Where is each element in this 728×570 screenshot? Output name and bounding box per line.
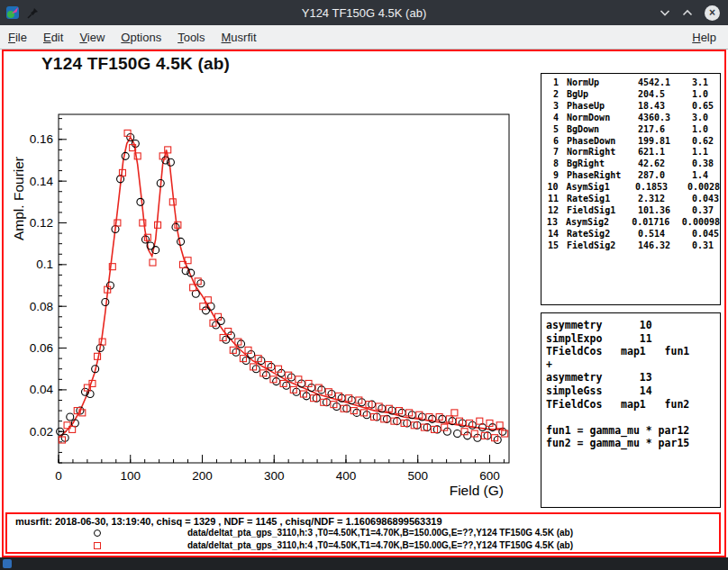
param-index: 8: [545, 158, 559, 170]
parameter-row: 11RateSig12.3120.043: [545, 194, 720, 205]
parameter-row: 3PhaseUp18.430.65: [545, 101, 720, 113]
param-error: 1.4: [692, 170, 708, 182]
param-error: 3.1: [692, 77, 708, 89]
y-tick-label: 0.14: [30, 175, 54, 188]
param-value: 2.312: [638, 194, 692, 205]
param-index: 11: [545, 194, 559, 205]
legend-label: data/deltat_pta_gps_3110,h:3 ,T0=4.50K,T…: [187, 528, 573, 538]
param-value: 287.0: [638, 170, 692, 182]
parameter-row: 4NormDown4360.33.0: [545, 113, 720, 124]
maximize-button[interactable]: [682, 7, 693, 18]
menu-edit[interactable]: Edit: [35, 31, 71, 44]
theory-line: [546, 411, 720, 424]
parameter-row: 8BgRight42.620.38: [545, 158, 720, 170]
param-name: RateSig2: [567, 229, 638, 240]
minimize-button[interactable]: [660, 7, 670, 18]
parameter-row: 10AsymSig10.18530.0028: [545, 182, 720, 194]
y-tick-label: 0.06: [30, 341, 53, 355]
series-1-points: [57, 133, 506, 443]
param-name: NormDown: [567, 113, 638, 124]
x-tick-label: 300: [264, 469, 285, 483]
param-name: AsymSig2: [566, 217, 632, 229]
param-name: NormUp: [567, 77, 638, 89]
param-name: PhaseDown: [567, 136, 638, 148]
root-canvas[interactable]: Y124 TF150G 4.5K (ab) 010020030040050060…: [2, 50, 726, 557]
param-value: 146.32: [638, 240, 692, 252]
param-value: 217.6: [638, 124, 692, 136]
legend-label: data/deltat_pta_gps_3110,h:4 ,T0=4.50K,T…: [187, 540, 573, 550]
x-tick-label: 200: [192, 469, 213, 483]
y-tick-label: 0.16: [30, 132, 53, 146]
param-value: 4360.3: [638, 113, 692, 124]
param-index: 3: [545, 101, 559, 113]
menu-tools[interactable]: Tools: [169, 31, 213, 44]
param-error: 0.043: [692, 194, 719, 205]
theory-line: simpleGss 14: [546, 385, 720, 398]
param-value: 621.1: [638, 147, 692, 158]
param-index: 13: [545, 217, 558, 229]
y-axis-title: Ampl. Fourier: [11, 157, 26, 240]
app-window: Y124 TF150G 4.5K (ab) × FileEditViewOpti…: [0, 0, 728, 570]
close-button[interactable]: ×: [705, 5, 720, 21]
menu-options[interactable]: Options: [113, 31, 169, 44]
param-name: AsymSig1: [567, 182, 635, 194]
param-name: PhaseRight: [567, 170, 638, 182]
param-value: 4542.1: [638, 77, 692, 89]
param-index: 4: [545, 113, 559, 124]
x-tick-label: 0: [55, 469, 62, 483]
y-tick-label: 0.04: [30, 383, 54, 396]
parameter-pane[interactable]: 1NormUp4542.13.12BgUp204.51.03PhaseUp18.…: [541, 73, 721, 305]
panel-app-icon[interactable]: [3, 559, 12, 568]
y-tick-label: 0.02: [30, 425, 53, 439]
param-error: 1.0: [692, 124, 708, 136]
parameter-row: 9PhaseRight287.01.4: [545, 170, 720, 182]
parameter-row: 7NormRight621.11.1: [545, 147, 720, 158]
x-tick-label: 600: [479, 469, 500, 483]
parameter-row: 14RateSig20.5140.045: [545, 229, 720, 240]
titlebar[interactable]: Y124 TF150G 4.5K (ab) ×: [0, 0, 728, 25]
param-value: 0.1853: [635, 182, 687, 194]
fourier-amplitude-plot[interactable]: 01002003004005006000.020.040.060.080.10.…: [4, 105, 535, 506]
param-index: 1: [545, 77, 559, 89]
param-name: BgUp: [567, 89, 638, 101]
menubar: FileEditViewOptionsToolsMusrfit Help: [0, 25, 728, 50]
param-name: NormRight: [567, 147, 638, 158]
param-name: PhaseUp: [567, 101, 638, 113]
theory-line: fun1 = gamma_mu * par12: [546, 424, 720, 438]
param-name: BgDown: [567, 124, 638, 136]
theory-line: TFieldCos map1 fun1: [546, 345, 720, 358]
series-2-points: [59, 130, 507, 443]
param-index: 5: [545, 124, 559, 136]
param-name: FieldSig2: [567, 240, 638, 252]
param-value: 42.62: [638, 158, 692, 170]
theory-line: +: [546, 358, 720, 372]
parameter-row: 2BgUp204.51.0: [545, 89, 720, 101]
param-error: 0.045: [692, 229, 719, 240]
param-error: 1.0: [692, 89, 708, 101]
param-value: 18.43: [638, 101, 692, 113]
menu-view[interactable]: View: [71, 31, 113, 44]
theory-block: asymmetry 10simplExpo 11TFieldCos map1 f…: [546, 319, 720, 450]
y-tick-label: 0.12: [30, 216, 53, 230]
legend-entry: data/deltat_pta_gps_3110,h:4 ,T0=4.50K,T…: [7, 540, 719, 553]
theory-line: asymmetry 10: [546, 319, 720, 332]
fit-curve: [59, 138, 504, 439]
info-legend-pane[interactable]: musrfit: 2018-06-30, 13:19:40, chisq = 1…: [5, 512, 721, 554]
param-error: 0.65: [692, 101, 714, 113]
param-error: 0.31: [692, 240, 714, 252]
param-index: 12: [545, 205, 559, 217]
param-error: 3.0: [692, 113, 708, 124]
param-value: 101.36: [638, 205, 692, 217]
menu-file[interactable]: File: [0, 31, 35, 44]
menu-help[interactable]: Help: [684, 31, 724, 44]
param-error: 1.1: [692, 147, 708, 158]
square-marker-icon: [94, 542, 101, 549]
y-tick-label: 0.1: [36, 258, 53, 271]
parameter-row: 13AsymSig20.017160.00098: [545, 217, 720, 229]
parameter-row: 12FieldSig1101.360.37: [545, 205, 720, 217]
theory-pane[interactable]: asymmetry 10simplExpo 11TFieldCos map1 f…: [541, 312, 721, 508]
param-index: 6: [545, 136, 559, 148]
param-index: 7: [545, 147, 559, 158]
menu-musrfit[interactable]: Musrfit: [214, 31, 265, 44]
parameter-row: 15FieldSig2146.320.31: [545, 240, 720, 252]
